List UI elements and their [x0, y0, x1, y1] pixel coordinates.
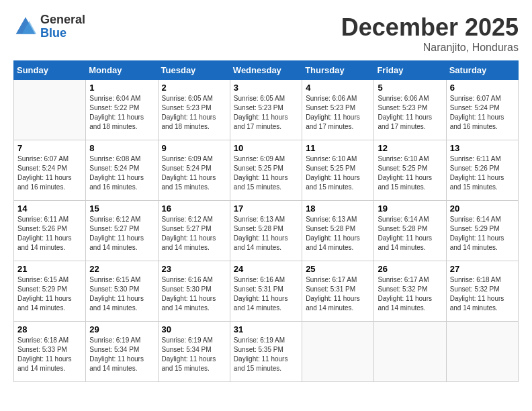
day-number: 26 — [378, 264, 442, 274]
sunrise-text: Sunrise: 6:05 AM — [234, 94, 298, 103]
day-info: Sunrise: 6:12 AMSunset: 5:27 PMDaylight:… — [89, 215, 154, 253]
daylight-text: Daylight: 11 hours and 14 minutes. — [306, 234, 370, 253]
table-row: 29Sunrise: 6:19 AMSunset: 5:34 PMDayligh… — [86, 322, 158, 382]
sunset-text: Sunset: 5:31 PM — [306, 285, 370, 294]
table-row: 5Sunrise: 6:06 AMSunset: 5:23 PMDaylight… — [374, 80, 446, 140]
day-number: 6 — [450, 83, 515, 93]
table-row: 8Sunrise: 6:08 AMSunset: 5:24 PMDaylight… — [86, 140, 158, 201]
sunrise-text: Sunrise: 6:17 AM — [306, 275, 370, 285]
day-info: Sunrise: 6:09 AMSunset: 5:25 PMDaylight:… — [234, 154, 298, 192]
day-number: 7 — [17, 143, 82, 153]
sunrise-text: Sunrise: 6:16 AM — [162, 275, 226, 285]
sunset-text: Sunset: 5:32 PM — [378, 285, 442, 294]
day-info: Sunrise: 6:18 AMSunset: 5:33 PMDaylight:… — [17, 336, 82, 373]
day-info: Sunrise: 6:16 AMSunset: 5:30 PMDaylight:… — [162, 275, 226, 313]
sunset-text: Sunset: 5:24 PM — [89, 164, 154, 173]
day-info: Sunrise: 6:13 AMSunset: 5:28 PMDaylight:… — [234, 215, 298, 253]
daylight-text: Daylight: 11 hours and 16 minutes. — [17, 173, 82, 192]
day-info: Sunrise: 6:14 AMSunset: 5:28 PMDaylight:… — [378, 215, 442, 253]
daylight-text: Daylight: 11 hours and 14 minutes. — [17, 234, 82, 253]
calendar-week-row: 21Sunrise: 6:15 AMSunset: 5:29 PMDayligh… — [14, 261, 519, 322]
day-info: Sunrise: 6:11 AMSunset: 5:26 PMDaylight:… — [450, 154, 515, 192]
table-row: 17Sunrise: 6:13 AMSunset: 5:28 PMDayligh… — [230, 201, 302, 261]
table-row: 31Sunrise: 6:19 AMSunset: 5:35 PMDayligh… — [230, 322, 302, 382]
table-row: 27Sunrise: 6:18 AMSunset: 5:32 PMDayligh… — [446, 261, 518, 322]
sunset-text: Sunset: 5:30 PM — [162, 285, 226, 294]
table-row — [302, 322, 374, 382]
sunset-text: Sunset: 5:25 PM — [306, 164, 370, 173]
day-number: 8 — [89, 143, 154, 153]
sunset-text: Sunset: 5:32 PM — [450, 285, 515, 294]
table-row: 10Sunrise: 6:09 AMSunset: 5:25 PMDayligh… — [230, 140, 302, 201]
day-number: 9 — [162, 143, 226, 153]
table-row: 13Sunrise: 6:11 AMSunset: 5:26 PMDayligh… — [446, 140, 518, 201]
sunset-text: Sunset: 5:24 PM — [450, 103, 515, 113]
sunset-text: Sunset: 5:33 PM — [17, 345, 82, 355]
table-row: 15Sunrise: 6:12 AMSunset: 5:27 PMDayligh… — [86, 201, 158, 261]
daylight-text: Daylight: 11 hours and 15 minutes. — [378, 173, 442, 192]
logo-blue: Blue — [40, 26, 66, 40]
title-area: December 2025 Naranjito, Honduras — [341, 13, 519, 54]
table-row: 16Sunrise: 6:12 AMSunset: 5:27 PMDayligh… — [158, 201, 230, 261]
sunrise-text: Sunrise: 6:12 AM — [162, 215, 226, 224]
sunrise-text: Sunrise: 6:15 AM — [89, 275, 154, 285]
sunset-text: Sunset: 5:35 PM — [234, 345, 298, 355]
day-info: Sunrise: 6:18 AMSunset: 5:32 PMDaylight:… — [450, 275, 515, 313]
sunrise-text: Sunrise: 6:18 AM — [17, 336, 82, 345]
daylight-text: Daylight: 11 hours and 14 minutes. — [17, 355, 82, 373]
day-info: Sunrise: 6:10 AMSunset: 5:25 PMDaylight:… — [378, 154, 442, 192]
sunrise-text: Sunrise: 6:05 AM — [162, 94, 226, 103]
sunset-text: Sunset: 5:26 PM — [450, 164, 515, 173]
day-info: Sunrise: 6:11 AMSunset: 5:26 PMDaylight:… — [17, 215, 82, 253]
sunset-text: Sunset: 5:28 PM — [378, 224, 442, 234]
table-row: 19Sunrise: 6:14 AMSunset: 5:28 PMDayligh… — [374, 201, 446, 261]
day-number: 4 — [306, 83, 370, 93]
daylight-text: Daylight: 11 hours and 15 minutes. — [162, 173, 226, 192]
daylight-text: Daylight: 11 hours and 18 minutes. — [162, 113, 226, 132]
sunrise-text: Sunrise: 6:19 AM — [89, 336, 154, 345]
day-info: Sunrise: 6:05 AMSunset: 5:23 PMDaylight:… — [234, 94, 298, 132]
day-number: 1 — [89, 83, 154, 93]
sunset-text: Sunset: 5:34 PM — [162, 345, 226, 355]
table-row: 2Sunrise: 6:05 AMSunset: 5:23 PMDaylight… — [158, 80, 230, 140]
day-number: 3 — [234, 83, 298, 93]
sunset-text: Sunset: 5:25 PM — [378, 164, 442, 173]
day-number: 17 — [234, 203, 298, 214]
month-title: December 2025 — [341, 13, 519, 42]
day-info: Sunrise: 6:14 AMSunset: 5:29 PMDaylight:… — [450, 215, 515, 253]
day-info: Sunrise: 6:08 AMSunset: 5:24 PMDaylight:… — [89, 154, 154, 192]
day-number: 18 — [306, 203, 370, 214]
daylight-text: Daylight: 11 hours and 14 minutes. — [89, 355, 154, 373]
sunset-text: Sunset: 5:29 PM — [17, 285, 82, 294]
daylight-text: Daylight: 11 hours and 14 minutes. — [17, 294, 82, 313]
daylight-text: Daylight: 11 hours and 15 minutes. — [450, 173, 515, 192]
day-info: Sunrise: 6:05 AMSunset: 5:23 PMDaylight:… — [162, 94, 226, 132]
daylight-text: Daylight: 11 hours and 15 minutes. — [306, 173, 370, 192]
day-number: 20 — [450, 203, 515, 214]
sunrise-text: Sunrise: 6:04 AM — [89, 94, 154, 103]
logo-text: General Blue — [40, 13, 85, 40]
day-info: Sunrise: 6:07 AMSunset: 5:24 PMDaylight:… — [450, 94, 515, 132]
table-row: 25Sunrise: 6:17 AMSunset: 5:31 PMDayligh… — [302, 261, 374, 322]
table-row: 22Sunrise: 6:15 AMSunset: 5:30 PMDayligh… — [86, 261, 158, 322]
day-number: 29 — [89, 324, 154, 334]
table-row: 24Sunrise: 6:16 AMSunset: 5:31 PMDayligh… — [230, 261, 302, 322]
sunset-text: Sunset: 5:27 PM — [162, 224, 226, 234]
col-monday: Monday — [86, 61, 158, 80]
daylight-text: Daylight: 11 hours and 14 minutes. — [162, 234, 226, 253]
sunset-text: Sunset: 5:23 PM — [378, 103, 442, 113]
daylight-text: Daylight: 11 hours and 14 minutes. — [378, 294, 442, 313]
sunset-text: Sunset: 5:24 PM — [17, 164, 82, 173]
sunset-text: Sunset: 5:31 PM — [234, 285, 298, 294]
calendar-header-row: Sunday Monday Tuesday Wednesday Thursday… — [14, 61, 519, 80]
sunset-text: Sunset: 5:28 PM — [306, 224, 370, 234]
table-row: 9Sunrise: 6:09 AMSunset: 5:24 PMDaylight… — [158, 140, 230, 201]
day-number: 19 — [378, 203, 442, 214]
day-number: 22 — [89, 264, 154, 274]
day-info: Sunrise: 6:15 AMSunset: 5:30 PMDaylight:… — [89, 275, 154, 313]
sunset-text: Sunset: 5:30 PM — [89, 285, 154, 294]
daylight-text: Daylight: 11 hours and 14 minutes. — [234, 294, 298, 313]
daylight-text: Daylight: 11 hours and 17 minutes. — [234, 113, 298, 132]
table-row: 6Sunrise: 6:07 AMSunset: 5:24 PMDaylight… — [446, 80, 518, 140]
location-title: Naranjito, Honduras — [341, 42, 519, 54]
